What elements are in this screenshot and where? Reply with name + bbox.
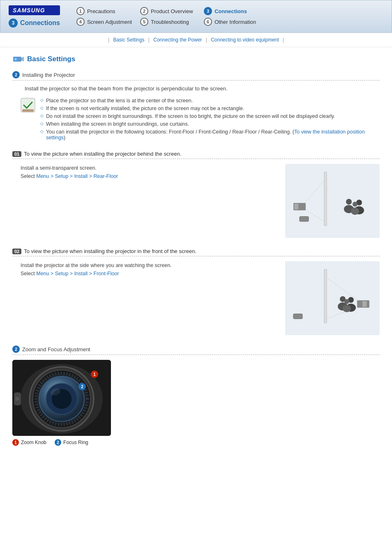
- nav-label-troubleshooting: Troubleshooting: [151, 19, 189, 25]
- nav-item-screen-adjustment[interactable]: 4 Screen Adjustment: [76, 18, 132, 26]
- numbered-content-01: Install a semi-transparent screen. Selec…: [21, 164, 380, 238]
- tip-list: Place the projector so that the lens is …: [40, 98, 380, 143]
- breadcrumb-connecting-video[interactable]: Connecting to video equipment: [211, 37, 279, 43]
- tip-block: Place the projector so that the lens is …: [21, 98, 380, 143]
- numbered-text-01: Install a semi-transparent screen. Selec…: [21, 164, 277, 180]
- svg-rect-18: [324, 269, 327, 323]
- tip-item-2: If the screen is not vertically installe…: [40, 106, 380, 111]
- focus-ring-text: Focus Ring: [63, 440, 88, 445]
- num-badge-02: 02: [12, 249, 21, 254]
- breadcrumb-basic-settings[interactable]: Basic Settings: [113, 37, 144, 43]
- zoom-section: 2 Zoom and Focus Adjustment: [12, 345, 380, 446]
- nav-circle-4: 4: [76, 18, 85, 26]
- samsung-logo: SAMSUNG: [9, 5, 60, 15]
- installing-projector-section: 2 Installing the Projector Install the p…: [12, 71, 380, 143]
- zoom-label-row: 1 Zoom Knob 2 Focus Ring: [12, 439, 380, 446]
- tip-item-5: You can install the projector in the fol…: [40, 129, 380, 140]
- svg-rect-5: [22, 109, 34, 112]
- zoom-knob-label: 1 Zoom Knob: [12, 439, 46, 446]
- front-text-2: Select Menu > Setup > Install > Front-Fl…: [21, 269, 277, 278]
- zoom-section-header: 2 Zoom and Focus Adjustment: [12, 345, 380, 355]
- svg-rect-6: [324, 172, 327, 226]
- tip-item-4: When installing the screen in bright sur…: [40, 121, 380, 127]
- numbered-text-02: Install the projector at the side where …: [21, 261, 277, 278]
- svg-rect-10: [294, 204, 298, 210]
- svg-rect-22: [362, 301, 367, 307]
- zoom-image-box: 1 2: [12, 360, 111, 436]
- svg-marker-3: [21, 57, 24, 62]
- rear-diagram-svg: [289, 168, 376, 234]
- svg-point-16: [353, 202, 357, 207]
- installing-header: 2 Installing the Projector: [12, 71, 380, 81]
- nav-label-screen-adjustment: Screen Adjustment: [87, 19, 132, 25]
- svg-point-27: [343, 305, 351, 312]
- zoom-knob-text: Zoom Knob: [21, 440, 46, 445]
- numbered-content-02: Install the projector at the side where …: [21, 261, 380, 335]
- svg-rect-29: [293, 314, 302, 319]
- installing-badge: 2: [12, 71, 20, 78]
- tip-item-3: Do not install the screen in bright surr…: [40, 113, 380, 119]
- svg-text:1: 1: [93, 372, 96, 377]
- front-diagram: [285, 261, 380, 335]
- installation-position-link[interactable]: To view the installation position settin…: [46, 129, 365, 140]
- section-title-area: Basic Settings: [12, 53, 380, 65]
- nav-circle-1: 1: [76, 7, 85, 15]
- breadcrumb: | Basic Settings | Connecting the Power …: [0, 33, 392, 47]
- nav-item-troubleshooting[interactable]: 5 Troubleshooting: [140, 18, 196, 26]
- nav-label-other-info: Other Information: [214, 19, 256, 25]
- breadcrumb-connecting-power[interactable]: Connecting the Power: [153, 37, 202, 43]
- nav-circle-3: 3: [204, 7, 212, 15]
- tip-item-1: Place the projector so that the lens is …: [40, 98, 380, 104]
- front-diagram-svg: [289, 265, 376, 331]
- zoom-knob-num: 1: [12, 439, 19, 446]
- rear-menu-link[interactable]: Menu > Setup > Install > Rear-Floor: [36, 173, 118, 179]
- nav-circle-2: 2: [140, 7, 148, 15]
- focus-ring-label: 2 Focus Ring: [55, 439, 88, 446]
- svg-point-44: [15, 397, 19, 401]
- intro-paragraph: Install the projector so that the beam f…: [25, 85, 380, 92]
- zoom-badge: 2: [12, 345, 20, 353]
- front-text-1: Install the projector at the side where …: [21, 261, 277, 269]
- section-number-badge: 3: [9, 18, 18, 28]
- svg-rect-17: [300, 216, 309, 221]
- nav-label-precautions: Precautions: [87, 8, 115, 14]
- nav-circle-5: 5: [140, 18, 148, 26]
- nav-item-connections[interactable]: 3 Connections: [204, 7, 259, 15]
- current-section-badge: 3 Connections: [9, 18, 60, 28]
- nav-label-product-overview: Product Overview: [151, 8, 193, 14]
- front-menu-link[interactable]: Menu > Setup > Install > Front-Floor: [36, 271, 119, 276]
- zoom-lens-svg: 1 2: [12, 360, 111, 436]
- zoom-image-area: 1 2 1 Zoom Knob 2 Focus Ring: [12, 360, 380, 446]
- num-badge-01: 01: [12, 151, 21, 157]
- svg-point-15: [351, 207, 359, 215]
- nav-label-connections: Connections: [214, 8, 247, 14]
- rear-text-2: Select Menu > Setup > Install > Rear-Flo…: [21, 172, 277, 180]
- numbered-section-02: 02 To view the picture when installing t…: [12, 248, 380, 335]
- zoom-title: Zoom and Focus Adjustment: [22, 346, 90, 352]
- nav-item-precautions[interactable]: 1 Precautions: [76, 7, 132, 15]
- svg-point-12: [346, 199, 352, 205]
- projector-icon: [12, 53, 24, 65]
- svg-point-2: [15, 58, 16, 60]
- numbered-title-01: To view the picture when installing the …: [24, 151, 181, 157]
- numbered-section-01: 01 To view the picture when installing t…: [12, 151, 380, 238]
- rear-text-1: Install a semi-transparent screen.: [21, 164, 277, 172]
- section-label: Connections: [20, 19, 60, 27]
- nav-circle-6: 6: [204, 18, 212, 26]
- main-content: Basic Settings 2 Installing the Projecto…: [0, 53, 392, 466]
- nav-item-other-info[interactable]: 6 Other Information: [204, 18, 259, 26]
- page-header: SAMSUNG 3 Connections 1 Precautions 2 Pr…: [0, 0, 392, 33]
- numbered-header-02: 02 To view the picture when installing t…: [12, 248, 380, 256]
- rear-diagram: [285, 164, 380, 238]
- checkmark-icon: [21, 98, 35, 113]
- svg-point-28: [344, 299, 349, 304]
- installing-title: Installing the Projector: [22, 72, 75, 78]
- numbered-title-02: To view the picture when installing the …: [24, 248, 196, 254]
- nav-grid: 1 Precautions 2 Product Overview 3 Conne…: [76, 7, 259, 26]
- nav-item-product-overview[interactable]: 2 Product Overview: [140, 7, 196, 15]
- focus-ring-num: 2: [55, 439, 61, 446]
- svg-text:2: 2: [81, 385, 83, 389]
- page-title: Basic Settings: [27, 55, 75, 63]
- numbered-header-01: 01 To view the picture when installing t…: [12, 151, 380, 159]
